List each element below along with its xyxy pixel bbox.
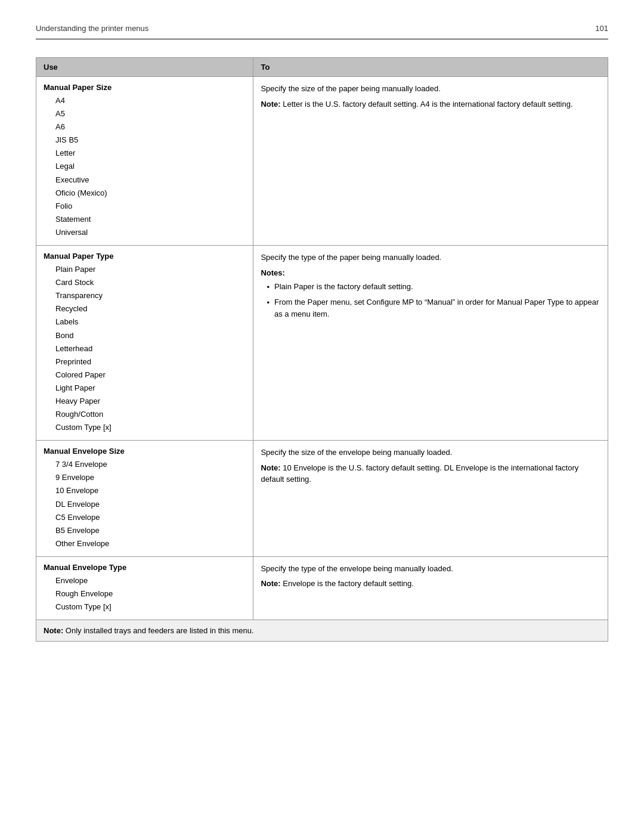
- header-title: Understanding the printer menus: [36, 24, 148, 33]
- use-item: Rough Envelope: [44, 587, 246, 600]
- use-item: A4: [44, 94, 246, 107]
- to-cell-manual-envelope-size: Specify the size of the envelope being m…: [253, 441, 608, 557]
- use-item: 9 Envelope: [44, 471, 246, 484]
- to-note: Note: 10 Envelope is the U.S. factory de…: [261, 462, 600, 485]
- use-cell-manual-paper-type: Manual Paper TypePlain PaperCard StockTr…: [36, 246, 253, 441]
- col-header-to: To: [253, 58, 608, 77]
- note-label: Note:: [261, 100, 280, 109]
- use-cell-manual-envelope-size: Manual Envelope Size7 3/4 Envelope9 Enve…: [36, 441, 253, 557]
- use-item: 10 Envelope: [44, 484, 246, 497]
- use-item: Colored Paper: [44, 368, 246, 382]
- use-item: Other Envelope: [44, 537, 246, 550]
- table-row-manual-envelope-size: Manual Envelope Size7 3/4 Envelope9 Enve…: [36, 441, 608, 557]
- bullet-item: From the Paper menu, set Configure MP to…: [267, 296, 600, 320]
- use-item: Rough/Cotton: [44, 408, 246, 421]
- use-item: Light Paper: [44, 382, 246, 395]
- use-item: 7 3/4 Envelope: [44, 458, 246, 471]
- use-item: Letterhead: [44, 342, 246, 355]
- use-item: Folio: [44, 200, 246, 213]
- main-table: Use To Manual Paper SizeA4A5A6JIS B5Lett…: [36, 57, 608, 642]
- use-item: Card Stock: [44, 276, 246, 289]
- to-cell-manual-paper-type: Specify the type of the paper being manu…: [253, 246, 608, 441]
- col-header-use: Use: [36, 58, 253, 77]
- use-cell-manual-envelope-type: Manual Envelope TypeEnvelopeRough Envelo…: [36, 556, 253, 620]
- use-item: Custom Type [x]: [44, 600, 246, 614]
- use-item: Plain Paper: [44, 263, 246, 276]
- use-heading-manual-envelope-type: Manual Envelope Type: [44, 563, 246, 572]
- bullet-item: Plain Paper is the factory default setti…: [267, 281, 600, 293]
- use-item: Statement: [44, 213, 246, 226]
- page-header: Understanding the printer menus 101: [36, 24, 608, 39]
- use-item: Executive: [44, 174, 246, 187]
- notes-label: Notes:: [261, 268, 600, 277]
- bullet-list: Plain Paper is the factory default setti…: [261, 281, 600, 320]
- table-row-manual-paper-type: Manual Paper TypePlain PaperCard StockTr…: [36, 246, 608, 441]
- use-item: Heavy Paper: [44, 395, 246, 408]
- use-item: Labels: [44, 315, 246, 329]
- note-label: Note:: [261, 579, 280, 588]
- use-item: Custom Type [x]: [44, 421, 246, 434]
- page: Understanding the printer menus 101 Use …: [0, 0, 644, 833]
- to-main-text: Specify the type of the envelope being m…: [261, 563, 600, 575]
- use-item: A5: [44, 107, 246, 120]
- use-item: Bond: [44, 329, 246, 342]
- use-cell-manual-paper-size: Manual Paper SizeA4A5A6JIS B5LetterLegal…: [36, 77, 253, 246]
- use-item: Universal: [44, 226, 246, 239]
- to-cell-manual-paper-size: Specify the size of the paper being manu…: [253, 77, 608, 246]
- footer-note-label: Note:: [44, 626, 63, 635]
- to-main-text: Specify the type of the paper being manu…: [261, 252, 600, 264]
- use-item: Envelope: [44, 574, 246, 587]
- use-item: Letter: [44, 147, 246, 160]
- page-number: 101: [595, 24, 608, 33]
- use-item: Transparency: [44, 289, 246, 302]
- use-heading-manual-paper-size: Manual Paper Size: [44, 83, 246, 92]
- use-item: B5 Envelope: [44, 524, 246, 537]
- use-item: Legal: [44, 160, 246, 173]
- use-item: A6: [44, 120, 246, 134]
- to-main-text: Specify the size of the paper being manu…: [261, 83, 600, 95]
- use-heading-manual-envelope-size: Manual Envelope Size: [44, 447, 246, 456]
- to-cell-manual-envelope-type: Specify the type of the envelope being m…: [253, 556, 608, 620]
- use-item: C5 Envelope: [44, 511, 246, 524]
- use-heading-manual-paper-type: Manual Paper Type: [44, 252, 246, 261]
- footer-note-row: Note: Only installed trays and feeders a…: [36, 620, 608, 642]
- to-note: Note: Envelope is the factory default se…: [261, 578, 600, 590]
- footer-note-cell: Note: Only installed trays and feeders a…: [36, 620, 608, 642]
- use-item: Oficio (Mexico): [44, 187, 246, 200]
- to-main-text: Specify the size of the envelope being m…: [261, 447, 600, 459]
- use-item: DL Envelope: [44, 498, 246, 511]
- use-item: Preprinted: [44, 355, 246, 368]
- note-label: Note:: [261, 463, 280, 472]
- use-item: JIS B5: [44, 134, 246, 147]
- use-item: Recycled: [44, 302, 246, 315]
- table-row-manual-paper-size: Manual Paper SizeA4A5A6JIS B5LetterLegal…: [36, 77, 608, 246]
- to-note: Note: Letter is the U.S. factory default…: [261, 98, 600, 110]
- table-row-manual-envelope-type: Manual Envelope TypeEnvelopeRough Envelo…: [36, 556, 608, 620]
